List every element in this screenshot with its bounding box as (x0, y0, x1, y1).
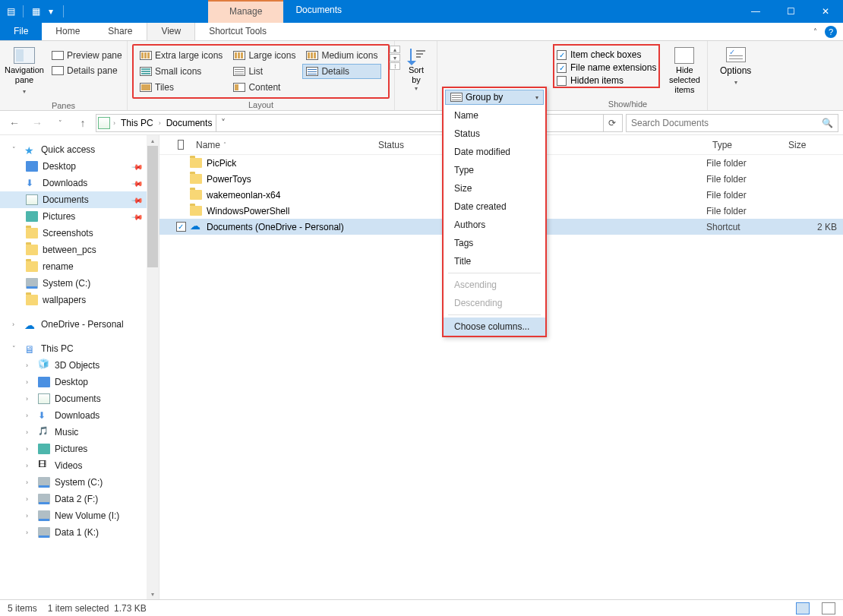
collapse-ribbon-icon[interactable]: ˄ (813, 27, 817, 36)
scroll-up-icon[interactable]: ▴ (147, 135, 159, 146)
view-thumbnails-toggle[interactable] (822, 602, 835, 614)
nav-forward-button[interactable]: → (27, 114, 47, 132)
group-by-option[interactable]: Type (444, 161, 545, 179)
expand-icon[interactable]: › (26, 428, 33, 436)
minimize-button[interactable]: ― (738, 0, 773, 23)
column-name[interactable]: Name˄ (190, 140, 372, 150)
nav-scrollbar[interactable]: ▴ ▾ (147, 135, 159, 599)
breadcrumb-chevron-icon[interactable]: › (157, 119, 163, 127)
expand-icon[interactable]: ˅ (12, 146, 20, 153)
tab-share[interactable]: Share (94, 23, 147, 40)
layout-scroll-down[interactable]: ▾ (390, 54, 400, 62)
nav-item[interactable]: between_pcs (0, 242, 159, 258)
options-button[interactable]: Options ▾ (712, 44, 759, 89)
layout-scroll-up[interactable]: ▴ (390, 46, 400, 53)
nav-back-button[interactable]: ← (5, 114, 24, 132)
group-by-option[interactable]: Authors (444, 216, 545, 234)
expand-icon[interactable]: › (26, 362, 33, 369)
expand-icon[interactable]: › (26, 529, 33, 536)
tab-shortcut-tools[interactable]: Shortcut Tools (195, 23, 281, 40)
nav-item[interactable]: ›Data 2 (F:) (0, 491, 159, 507)
nav-item[interactable]: ›Desktop (0, 374, 159, 390)
layout-medium-icons[interactable]: Medium icons (302, 48, 381, 63)
group-by-button[interactable]: Group by ▾ (445, 90, 544, 105)
file-extensions-toggle[interactable]: ✓File name extensions (557, 62, 656, 73)
nav-this-pc[interactable]: ˅ 🖥 This PC (0, 340, 159, 357)
group-by-option[interactable]: Date modified (444, 143, 545, 161)
select-all-checkbox[interactable] (172, 140, 190, 150)
layout-content[interactable]: Content (229, 80, 299, 95)
layout-large-icons[interactable]: Large icons (229, 48, 299, 63)
nav-item[interactable]: ›Videos (0, 457, 159, 474)
expand-icon[interactable]: › (12, 321, 20, 328)
layout-list[interactable]: List (229, 64, 299, 79)
nav-item[interactable]: Desktop📌 (0, 158, 159, 175)
nav-item[interactable]: ›Data 1 (K:) (0, 524, 159, 541)
group-by-option[interactable]: Name (444, 106, 545, 125)
expand-icon[interactable]: › (26, 445, 33, 453)
search-input[interactable] (631, 118, 833, 128)
nav-item[interactable]: ›3D Objects (0, 357, 159, 374)
expand-icon[interactable]: › (26, 512, 33, 520)
address-history-dropdown[interactable]: ˅ (216, 115, 230, 131)
nav-item[interactable]: System (C:) (0, 275, 159, 292)
qat-newfolder-icon[interactable]: ▾ (45, 5, 57, 17)
item-checkboxes-toggle[interactable]: ✓Item check boxes (557, 49, 656, 60)
nav-quick-access[interactable]: ˅ ★ Quick access (0, 141, 159, 158)
nav-item[interactable]: ›Documents (0, 390, 159, 407)
hidden-items-toggle[interactable]: Hidden items (557, 75, 656, 86)
refresh-button[interactable]: ⟳ (603, 115, 620, 131)
nav-item[interactable]: Downloads📌 (0, 175, 159, 191)
sort-by-button[interactable]: Sort by ▾ (399, 44, 433, 92)
close-button[interactable]: ✕ (808, 0, 843, 23)
tab-file[interactable]: File (0, 23, 42, 40)
expand-icon[interactable]: › (26, 479, 33, 486)
layout-tiles[interactable]: Tiles (136, 80, 226, 95)
preview-pane-button[interactable]: Preview pane (49, 49, 125, 62)
qat-properties-icon[interactable]: ▦ (30, 5, 42, 17)
nav-item[interactable]: Pictures📌 (0, 208, 159, 225)
layout-details[interactable]: Details (302, 64, 381, 79)
nav-item[interactable]: wallpapers (0, 292, 159, 308)
layout-extra-large-icons[interactable]: Extra large icons (136, 48, 226, 63)
expand-icon[interactable]: › (26, 412, 33, 419)
breadcrumb-chevron-icon[interactable]: › (112, 119, 117, 127)
expand-icon[interactable]: › (26, 495, 33, 503)
nav-item[interactable]: Screenshots (0, 225, 159, 242)
group-by-option[interactable]: Size (444, 179, 545, 197)
hide-selected-button[interactable]: Hide selected items (665, 44, 704, 98)
expand-icon[interactable]: › (26, 395, 33, 403)
tab-view[interactable]: View (147, 23, 195, 40)
contextual-tab-manage[interactable]: Manage (208, 0, 283, 23)
help-icon[interactable]: ? (825, 26, 837, 38)
search-box[interactable]: 🔍 (626, 114, 838, 132)
group-by-option[interactable]: Status (444, 125, 545, 143)
nav-item[interactable]: ›Music (0, 424, 159, 441)
nav-up-button[interactable]: ↑ (73, 114, 93, 132)
nav-item[interactable]: ›Pictures (0, 441, 159, 457)
nav-item[interactable]: ›Downloads (0, 407, 159, 424)
navigation-pane-button[interactable]: Navigation pane ▾ (5, 44, 44, 100)
nav-item[interactable]: rename (0, 258, 159, 275)
group-by-option[interactable]: Title (444, 252, 545, 270)
tab-home[interactable]: Home (42, 23, 94, 40)
layout-small-icons[interactable]: Small icons (136, 64, 226, 79)
column-type[interactable]: Type (706, 140, 782, 150)
group-by-option[interactable]: Date created (444, 197, 545, 216)
breadcrumb-documents[interactable]: Documents (164, 118, 215, 128)
expand-icon[interactable]: › (26, 462, 33, 469)
breadcrumb-this-pc[interactable]: This PC (118, 118, 156, 128)
maximize-button[interactable]: ☐ (773, 0, 808, 23)
expand-icon[interactable]: ˅ (12, 345, 20, 352)
scroll-thumb[interactable] (147, 146, 158, 267)
layout-expand[interactable]: ⁞ (390, 62, 400, 70)
column-size[interactable]: Size (782, 140, 843, 150)
nav-onedrive[interactable]: › ☁ OneDrive - Personal (0, 316, 159, 333)
group-by-option[interactable]: Tags (444, 234, 545, 252)
details-pane-button[interactable]: Details pane (49, 64, 125, 77)
nav-recent-dropdown[interactable]: ˅ (50, 114, 70, 132)
expand-icon[interactable]: › (26, 378, 33, 386)
column-status[interactable]: Status (372, 140, 425, 150)
nav-item[interactable]: Documents📌 (0, 191, 159, 208)
scroll-down-icon[interactable]: ▾ (147, 589, 159, 599)
